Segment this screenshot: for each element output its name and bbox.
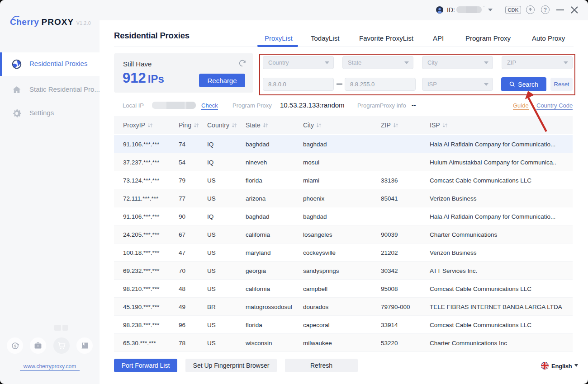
svg-text:$: $ [14, 343, 16, 348]
